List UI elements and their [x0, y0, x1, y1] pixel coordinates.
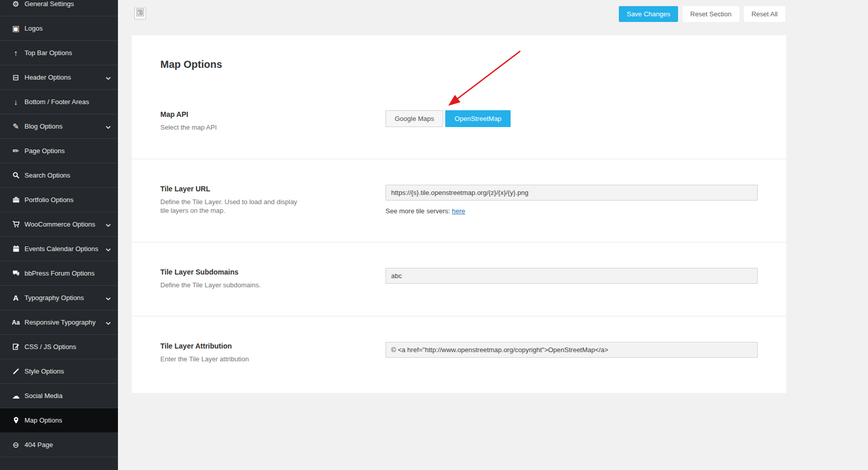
sidebar-item-header-options[interactable]: ⊟ Header Options [0, 65, 118, 90]
briefcase-icon [11, 196, 20, 204]
chevron-down-icon [106, 122, 111, 130]
reset-all-button[interactable]: Reset All [744, 6, 785, 22]
google-maps-button[interactable]: Google Maps [385, 110, 443, 127]
typography-a-icon: A [11, 294, 20, 302]
chevron-down-icon [106, 220, 111, 228]
map-pin-icon [11, 416, 20, 424]
sidebar-menu: ⚙ General Settings ▣ Logos ↑ Top Bar Opt… [0, 0, 118, 457]
save-changes-button[interactable]: Save Changes [619, 6, 678, 22]
search-icon [11, 171, 20, 179]
field-row-tile-layer-subdomains: Tile Layer Subdomains Define the Tile La… [132, 242, 786, 316]
field-description: Select the map API [160, 123, 303, 132]
field-label: Tile Layer Attribution [160, 342, 365, 350]
sidebar-item-top-bar-options[interactable]: ↑ Top Bar Options [0, 41, 118, 65]
arrow-up-icon: ↑ [11, 49, 20, 57]
sidebar-item-events-calendar-options[interactable]: Events Calendar Options [0, 237, 118, 261]
field-row-map-api: Map API Select the map API Google Maps O… [132, 85, 786, 159]
options-sidebar: ⚙ General Settings ▣ Logos ↑ Top Bar Opt… [0, 0, 118, 470]
monitor-icon: ⊟ [11, 73, 20, 81]
ban-icon: ⊖ [11, 441, 20, 449]
sidebar-item-bottom-footer-areas[interactable]: ↓ Bottom / Footer Areas [0, 90, 118, 114]
sidebar-item-general-settings[interactable]: ⚙ General Settings [0, 0, 118, 16]
arrow-down-icon: ↓ [11, 98, 20, 106]
tile-layer-attribution-input[interactable] [385, 342, 758, 358]
tile-layer-subdomains-input[interactable] [385, 268, 758, 284]
tile-servers-here-link[interactable]: here [452, 207, 465, 215]
chevron-down-icon [106, 245, 111, 253]
cart-icon [11, 220, 20, 228]
page-title: Map Options [132, 35, 786, 85]
openstreetmap-button[interactable]: OpenStreetMap [445, 110, 511, 127]
field-label: Tile Layer Subdomains [160, 268, 365, 276]
reset-section-button[interactable]: Reset Section [683, 6, 739, 22]
sidebar-item-bbpress-forum-options[interactable]: bbPress Forum Options [0, 261, 118, 286]
field-description: Enter the Tile Layer attribution [160, 355, 303, 364]
sidebar-item-responsive-typography[interactable]: Aa Responsive Typography [0, 310, 118, 335]
field-label: Tile Layer URL [160, 185, 365, 193]
sidebar-item-portfolio-options[interactable]: Portfolio Options [0, 188, 118, 212]
tile-servers-help: See more tile servers: here [385, 207, 758, 215]
toolbar: Save Changes Reset Section Reset All [619, 6, 785, 22]
cloud-icon: ☁ [11, 392, 20, 400]
code-edit-icon [11, 343, 20, 351]
sidebar-item-typography-options[interactable]: A Typography Options [0, 286, 118, 310]
sidebar-item-blog-options[interactable]: ✎ Blog Options [0, 114, 118, 139]
comments-icon [11, 269, 20, 277]
field-description: Define the Tile Layer subdomains. [160, 281, 303, 290]
sidebar-item-style-options[interactable]: Style Options [0, 359, 118, 384]
tile-layer-url-input[interactable] [385, 185, 758, 201]
chevron-down-icon [106, 73, 111, 81]
field-row-tile-layer-attribution: Tile Layer Attribution Enter the Tile La… [132, 316, 786, 384]
sidebar-item-woocommerce-options[interactable]: WooCommerce Options [0, 212, 118, 237]
options-panel: Map Options Map API Select the map API G… [132, 35, 786, 393]
sidebar-item-map-options[interactable]: Map Options [0, 408, 118, 433]
sidebar-item-search-options[interactable]: Search Options [0, 163, 118, 188]
style-pen-icon [11, 367, 20, 375]
calendar-icon [11, 245, 20, 253]
cogs-icon: ⚙ [11, 0, 20, 8]
expand-options-button[interactable] [134, 8, 146, 19]
sidebar-item-social-media[interactable]: ☁ Social Media [0, 384, 118, 408]
field-row-tile-layer-url: Tile Layer URL Define the Tile Layer. Us… [132, 159, 786, 242]
layout-expand-icon [136, 9, 144, 18]
field-label: Map API [160, 110, 365, 118]
sidebar-item-css-js-options[interactable]: CSS / JS Options [0, 335, 118, 359]
chevron-down-icon [106, 294, 111, 302]
sidebar-item-logos[interactable]: ▣ Logos [0, 16, 118, 41]
sidebar-item-page-options[interactable]: ✏ Page Options [0, 139, 118, 163]
field-description: Define the Tile Layer. Used to load and … [160, 197, 303, 215]
pencil-icon: ✏ [11, 147, 20, 155]
sidebar-item-404-page[interactable]: ⊖ 404 Page [0, 433, 118, 457]
image-icon: ▣ [11, 24, 20, 32]
edit-square-icon: ✎ [11, 122, 20, 130]
responsive-typography-icon: Aa [11, 319, 20, 326]
map-api-button-set: Google Maps OpenStreetMap [385, 110, 758, 127]
chevron-down-icon [106, 318, 111, 326]
